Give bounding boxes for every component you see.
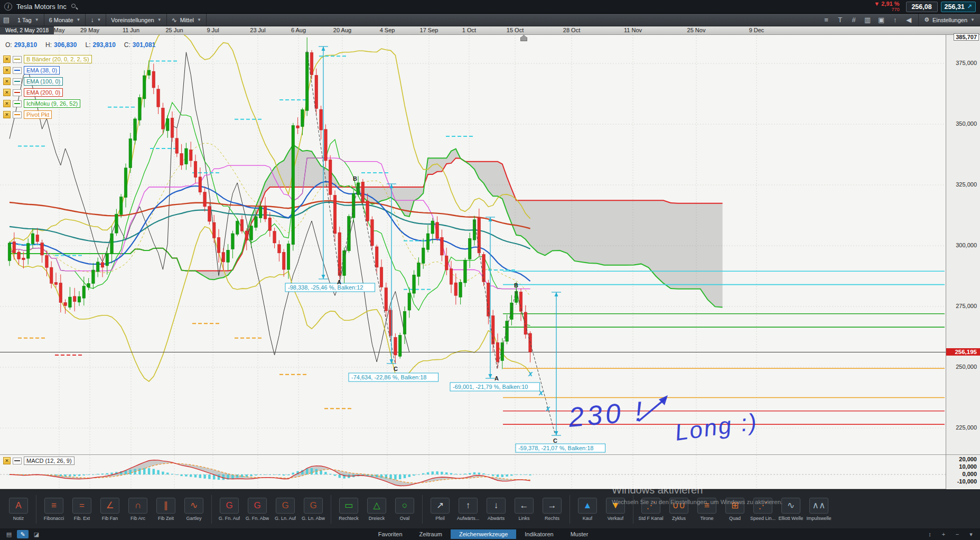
current-price-tag: 256,195 <box>946 348 980 356</box>
ask-price-button[interactable]: 256,31 ↗ <box>941 2 976 12</box>
arrow-up-icon[interactable]: ↑ <box>889 16 901 24</box>
macd-legend-label: MACD (12, 26, 9) <box>24 457 74 465</box>
date-label: 9 Jul <box>207 27 219 33</box>
remove-indicator-button[interactable]: ✕ <box>3 67 11 74</box>
info-icon[interactable]: i <box>4 3 12 11</box>
add-icon[interactable]: + <box>938 530 949 538</box>
price-axis-label: 375,000 <box>956 60 977 66</box>
cascade-windows-icon[interactable]: ▣ <box>875 16 888 24</box>
legend-stack: ✕B Bänder (20, 0, 2, 2, S)✕EMA (38, 0)✕E… <box>3 55 92 122</box>
tool-std-f-kanal[interactable]: ⋰Std F Kanal <box>638 498 664 521</box>
remove-indicator-button[interactable]: ✕ <box>3 55 11 63</box>
tab-muster[interactable]: Muster <box>562 529 597 539</box>
text-tool-icon[interactable]: T <box>834 16 846 24</box>
presets-dropdown[interactable]: Voreinstellungen▼ <box>106 14 166 26</box>
tab-indikatoren[interactable]: Indikatoren <box>516 529 562 539</box>
panel-divider <box>0 455 946 489</box>
svg-text:B: B <box>353 175 357 182</box>
svg-text:C: C <box>553 437 557 444</box>
tool-rechteck[interactable]: ▭Rechteck <box>335 498 362 521</box>
tab-favoriten[interactable]: Favoriten <box>370 529 411 539</box>
tool-gartley[interactable]: ∿Gartley <box>181 498 207 521</box>
remove-indicator-button[interactable]: ✕ <box>3 457 11 464</box>
range-dropdown[interactable]: 6 Monate▼ <box>44 14 86 26</box>
resize-icon[interactable]: ↕ <box>924 530 936 538</box>
title-bar: i Tesla Motors Inc ▼ 2,91 % 770 256,08 2… <box>0 0 980 14</box>
tool-notiz[interactable]: ANotiz <box>5 498 32 521</box>
indicator-sample <box>13 111 22 118</box>
price-chart-svg[interactable]: -98,338, -25,46 %, Balken:12-74,634, -22… <box>0 35 946 489</box>
remove-icon[interactable]: − <box>951 530 963 538</box>
tool-g-fn-auf[interactable]: GG. Fn. Auf <box>216 498 242 521</box>
chart-type-icon[interactable]: ▥ <box>861 16 874 24</box>
remove-indicator-button[interactable]: ✕ <box>3 111 11 118</box>
tool-links[interactable]: ←Links <box>511 498 537 521</box>
collapse-panel-icon[interactable]: ◀ <box>902 16 915 24</box>
tool-label: G. Ln. Auf <box>275 516 296 521</box>
tool-verkauf[interactable]: ▼Verkauf <box>602 498 629 521</box>
tool-g-ln-auf[interactable]: GG. Ln. Auf <box>272 498 298 521</box>
tool-tirone[interactable]: ≡Tirone <box>694 498 720 521</box>
tool-fib-fan[interactable]: ∠Fib Fan <box>97 498 123 521</box>
remove-indicator-button[interactable]: ✕ <box>3 78 11 85</box>
tool-impulswelle[interactable]: ∧∧Impulswelle <box>806 498 832 521</box>
tool-pfeil[interactable]: ↗Pfeil <box>427 498 453 521</box>
tool-fib-arc[interactable]: ∩Fib Arc <box>125 498 151 521</box>
price-axis-label: 275,000 <box>956 303 977 309</box>
tool-g-fn-abw[interactable]: GG. Fn. Abw <box>244 498 270 521</box>
remove-indicator-button[interactable]: ✕ <box>3 89 11 96</box>
bid-price-button[interactable]: 256,08 <box>906 2 938 12</box>
verkauf-icon: ▼ <box>606 498 625 514</box>
pivot-line-layer <box>503 271 945 424</box>
tab-zeitraum[interactable]: Zeitraum <box>411 529 451 539</box>
panel-list-icon[interactable]: ≡ <box>820 16 833 24</box>
tool-kauf[interactable]: ▲Kauf <box>574 498 601 521</box>
collapse-icon[interactable]: ▾ <box>965 530 977 538</box>
tool-fib-ext[interactable]: =Fib. Ext <box>69 498 95 521</box>
settings-button[interactable]: ⚙ Einstellungen ▼ <box>918 14 980 26</box>
date-axis[interactable]: Wed, 2 May 2018 May29 May11 Jun25 Jun9 J… <box>0 26 980 35</box>
svg-text:A: A <box>494 375 499 381</box>
tool-rechts[interactable]: →Rechts <box>539 498 565 521</box>
chart-menu-icon[interactable]: ▤ <box>0 14 13 26</box>
tool-label: Rechteck <box>339 516 359 521</box>
tool-dreieck[interactable]: △Dreieck <box>363 498 390 521</box>
chart-style-value: Mittel <box>180 17 194 23</box>
tool-oval[interactable]: ○Oval <box>391 498 418 521</box>
tool-fibonacci[interactable]: ≡Fibonacci <box>41 498 67 521</box>
tab-zeichenwerkzeuge[interactable]: Zeichenwerkzeuge <box>451 529 516 539</box>
tool-g-ln-abw[interactable]: GG. Ln. Abw <box>300 498 326 521</box>
tool-label: Dreieck <box>369 516 385 521</box>
tool-label: Oval <box>400 516 410 521</box>
timeframe-dropdown[interactable]: 1 Tag▼ <box>13 14 44 26</box>
search-icon[interactable] <box>71 3 78 11</box>
chevron-down-icon: ▼ <box>197 17 201 22</box>
grid-toggle-icon[interactable]: # <box>847 16 860 24</box>
macd-axis-label: 10,000 <box>959 463 977 470</box>
fib-arc-icon: ∩ <box>128 498 147 514</box>
change-block: ▼ 2,91 % 770 <box>874 1 899 13</box>
panels-icon[interactable]: ▤ <box>3 530 15 538</box>
pencil-icon[interactable]: ✎ <box>17 530 29 538</box>
mini-dropdown[interactable]: ↓▼ <box>86 14 106 26</box>
chart-area: -98,338, -25,46 %, Balken:12-74,634, -22… <box>0 35 980 489</box>
remove-indicator-button[interactable]: ✕ <box>3 100 11 107</box>
tool-abw-rts[interactable]: ↓Abwärts <box>483 498 509 521</box>
price-axis-label: 350,000 <box>956 120 977 127</box>
macd-axis-label: -10,000 <box>957 478 977 485</box>
tool-aufw-rts[interactable]: ↑Aufwärts... <box>455 498 481 521</box>
tool-zyklus[interactable]: ∪∪Zyklus <box>666 498 692 521</box>
tool-label: G. Ln. Abw <box>302 516 325 521</box>
chart-style-dropdown[interactable]: ∿ Mittel▼ <box>167 14 207 26</box>
tool-elliott-welle[interactable]: ∿Elliott Welle <box>778 498 804 521</box>
tool-quad[interactable]: ⊞Quad <box>722 498 748 521</box>
tool-label: G. Fn. Abw <box>246 516 269 521</box>
tool-speed-lin[interactable]: ⋰Speed Lin... <box>750 498 776 521</box>
indicator-sample <box>13 67 22 74</box>
eraser-icon[interactable]: ◪ <box>31 530 42 538</box>
price-axis[interactable]: 385,707375,000350,000325,000300,000275,0… <box>946 35 980 489</box>
indicator-legend: ✕IchiMoku (9, 26, 52) <box>3 99 92 108</box>
aufw-rts-icon: ↑ <box>459 498 478 514</box>
indicator-legend: ✕B Bänder (20, 0, 2, 2, S) <box>3 55 92 63</box>
tool-fib-zeit[interactable]: ∥Fib Zeit <box>153 498 179 521</box>
